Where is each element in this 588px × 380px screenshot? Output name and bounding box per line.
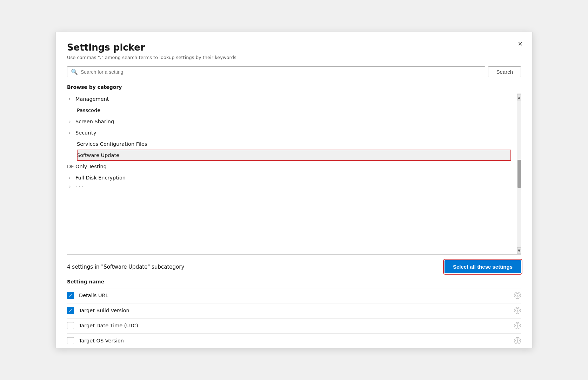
dialog-title: Settings picker — [67, 42, 521, 53]
scrollbar[interactable]: ▲ ▼ — [517, 93, 521, 254]
chevron-icon: › — [67, 130, 73, 135]
checkbox-details-url[interactable] — [67, 292, 74, 299]
category-item-management[interactable]: › Management — [67, 93, 511, 105]
category-label: Services Configuration Files — [77, 141, 147, 147]
category-list-container: › Management Passcode › Screen Sharing ›… — [67, 93, 521, 255]
category-label: Screen Sharing — [75, 119, 114, 124]
category-item-software-update[interactable]: Software Update — [77, 150, 511, 161]
category-list: › Management Passcode › Screen Sharing ›… — [67, 93, 517, 254]
scroll-thumb[interactable] — [517, 160, 521, 188]
chevron-icon: › — [67, 184, 73, 189]
checkbox-target-os-version[interactable] — [67, 337, 74, 344]
category-item-passcode[interactable]: Passcode — [77, 105, 511, 116]
browse-label: Browse by category — [67, 84, 521, 90]
checkbox-target-date-time[interactable] — [67, 322, 74, 329]
info-icon-target-build-version[interactable]: ⓘ — [514, 307, 521, 314]
info-icon-target-os-version[interactable]: ⓘ — [514, 337, 521, 344]
dialog-subtitle: Use commas "," among search terms to loo… — [67, 55, 521, 60]
chevron-icon: › — [67, 175, 73, 180]
search-input[interactable] — [81, 69, 481, 75]
select-all-button[interactable]: Select all these settings — [445, 260, 521, 273]
close-button[interactable]: × — [518, 40, 522, 48]
setting-row-target-date-time: Target Date Time (UTC) ⓘ — [67, 318, 521, 333]
settings-list: Details URL ⓘ Target Build Version ⓘ Tar… — [67, 288, 521, 348]
setting-row-target-os-version: Target OS Version ⓘ — [67, 333, 521, 348]
category-item-screen-sharing[interactable]: › Screen Sharing — [67, 116, 511, 127]
chevron-icon: › — [67, 119, 73, 124]
settings-picker-dialog: Settings picker Use commas "," among sea… — [55, 32, 533, 348]
category-label: Passcode — [77, 107, 100, 113]
settings-col-header: Setting name — [67, 279, 521, 284]
search-row: 🔍 Search — [67, 66, 521, 77]
bottom-section: 4 settings in "Software Update" subcateg… — [67, 255, 521, 348]
info-icon-details-url[interactable]: ⓘ — [514, 292, 521, 299]
category-item-more[interactable]: › · · · — [67, 183, 511, 190]
category-label: Security — [75, 130, 96, 136]
category-label: · · · — [75, 184, 83, 189]
search-button[interactable]: Search — [488, 66, 521, 77]
setting-label-target-build-version: Target Build Version — [79, 308, 514, 313]
settings-count: 4 settings in "Software Update" subcateg… — [67, 264, 184, 270]
setting-row-details-url: Details URL ⓘ — [67, 288, 521, 302]
scroll-up-arrow[interactable]: ▲ — [517, 94, 521, 100]
info-icon-target-date-time[interactable]: ⓘ — [514, 322, 521, 329]
scroll-down-arrow[interactable]: ▼ — [517, 247, 521, 254]
checkbox-target-build-version[interactable] — [67, 307, 74, 314]
category-item-full-disk-encryption[interactable]: › Full Disk Encryption — [67, 172, 511, 183]
setting-label-details-url: Details URL — [79, 293, 514, 298]
category-item-services-config[interactable]: Services Configuration Files — [77, 138, 511, 150]
chevron-icon: › — [67, 97, 73, 101]
category-item-df-only-testing[interactable]: DF Only Testing — [67, 161, 511, 172]
setting-label-target-date-time: Target Date Time (UTC) — [79, 323, 514, 328]
setting-row-target-build-version: Target Build Version ⓘ — [67, 303, 521, 317]
category-label: DF Only Testing — [67, 164, 107, 169]
category-label: Full Disk Encryption — [75, 175, 126, 181]
setting-label-target-os-version: Target OS Version — [79, 338, 514, 343]
category-item-security[interactable]: › Security — [67, 127, 511, 138]
category-label: Management — [75, 96, 109, 102]
search-input-wrapper[interactable]: 🔍 — [67, 66, 485, 77]
bottom-header: 4 settings in "Software Update" subcateg… — [67, 260, 521, 273]
category-label: Software Update — [77, 152, 119, 158]
search-icon: 🔍 — [71, 68, 78, 75]
